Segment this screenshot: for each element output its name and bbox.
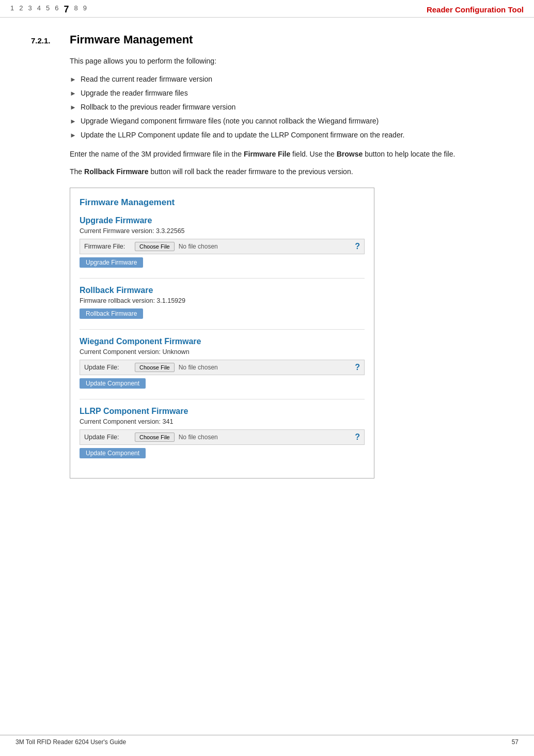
upgrade-firmware-section: Upgrade Firmware Current Firmware versio…	[80, 216, 365, 268]
page-number: 57	[512, 738, 519, 746]
wiegand-component-version: Current Component version: Unknown	[80, 348, 365, 356]
section-divider	[80, 399, 365, 399]
help-icon-wiegand[interactable]: ?	[355, 363, 360, 372]
bullet-arrow: ►	[70, 130, 76, 141]
rollback-firmware-title: Rollback Firmware	[80, 286, 365, 295]
section-number: 7.2.1.	[31, 36, 59, 45]
current-firmware-version: Current Firmware version: 3.3.22565	[80, 227, 365, 235]
section-divider	[80, 329, 365, 330]
rollback-firmware-version: Firmware rollback version: 3.1.15929	[80, 297, 365, 304]
nav-num-8[interactable]: 8	[74, 4, 77, 15]
section-heading: 7.2.1. Firmware Management	[31, 33, 513, 47]
nav-num-7[interactable]: 7	[64, 4, 69, 15]
desc-para-2: The Rollback Firmware button will roll b…	[70, 166, 513, 178]
no-file-chosen-wiegand: No file chosen	[179, 364, 218, 371]
nav-num-2[interactable]: 2	[19, 4, 23, 15]
list-item: ► Update the LLRP Component update file …	[70, 130, 513, 141]
nav-num-6[interactable]: 6	[55, 4, 58, 15]
list-item: ► Upgrade the reader firmware files	[70, 88, 513, 99]
list-item: ► Rollback to the previous reader firmwa…	[70, 102, 513, 113]
list-item: ► Read the current reader firmware versi…	[70, 74, 513, 85]
upgrade-firmware-button[interactable]: Upgrade Firmware	[80, 257, 143, 268]
update-component-button-wiegand[interactable]: Update Component	[80, 378, 146, 389]
upgrade-firmware-title: Upgrade Firmware	[80, 216, 365, 225]
llrp-firmware-title: LLRP Component Firmware	[80, 407, 365, 416]
rollback-firmware-button[interactable]: Rollback Firmware	[80, 308, 143, 319]
update-component-button-llrp[interactable]: Update Component	[80, 448, 146, 458]
llrp-component-version: Current Component version: 341	[80, 418, 365, 425]
content-area: This page allows you to perform the foll…	[70, 56, 513, 479]
list-item-text: Update the LLRP Component update file an…	[81, 130, 405, 141]
panel-main-title: Firmware Management	[80, 197, 365, 208]
list-item-text: Upgrade the reader firmware files	[81, 88, 188, 99]
wiegand-file-row: Update File: Choose File No file chosen …	[80, 360, 365, 375]
llrp-firmware-section: LLRP Component Firmware Current Componen…	[80, 407, 365, 458]
wiegand-firmware-title: Wiegand Component Firmware	[80, 337, 365, 346]
llrp-file-row: Update File: Choose File No file chosen …	[80, 429, 365, 445]
desc-para-1: Enter the name of the 3M provided firmwa…	[70, 149, 513, 160]
nav-num-9[interactable]: 9	[83, 4, 87, 15]
wiegand-file-label: Update File:	[84, 364, 131, 371]
bullet-arrow: ►	[70, 116, 76, 127]
feature-list: ► Read the current reader firmware versi…	[70, 74, 513, 141]
wiegand-firmware-section: Wiegand Component Firmware Current Compo…	[80, 337, 365, 389]
chapter-numbers[interactable]: 1 2 3 4 5 6 7 8 9	[10, 4, 87, 15]
no-file-chosen-upgrade: No file chosen	[179, 243, 218, 250]
intro-text: This page allows you to perform the foll…	[70, 56, 513, 67]
choose-file-button-wiegand[interactable]: Choose File	[135, 363, 175, 372]
firmware-management-panel: Firmware Management Upgrade Firmware Cur…	[70, 188, 374, 479]
list-item: ► Upgrade Wiegand component firmware fil…	[70, 116, 513, 127]
main-content: 7.2.1. Firmware Management This page all…	[0, 18, 534, 510]
nav-num-3[interactable]: 3	[28, 4, 32, 15]
section-title: Firmware Management	[70, 33, 193, 47]
bullet-arrow: ►	[70, 102, 76, 113]
nav-num-5[interactable]: 5	[46, 4, 50, 15]
page-footer: 3M Toll RFID Reader 6204 User's Guide 57	[0, 735, 534, 746]
nav-num-4[interactable]: 4	[37, 4, 41, 15]
help-icon-llrp[interactable]: ?	[355, 433, 360, 442]
page-title: Reader Configuration Tool	[427, 5, 524, 14]
choose-file-button-upgrade[interactable]: Choose File	[135, 242, 175, 251]
list-item-text: Read the current reader firmware version	[81, 74, 212, 85]
rollback-firmware-section: Rollback Firmware Firmware rollback vers…	[80, 286, 365, 319]
top-navigation: 1 2 3 4 5 6 7 8 9 Reader Configuration T…	[0, 0, 534, 18]
list-item-text: Rollback to the previous reader firmware…	[81, 102, 235, 113]
bullet-arrow: ►	[70, 74, 76, 85]
footer-left: 3M Toll RFID Reader 6204 User's Guide	[15, 738, 126, 746]
llrp-file-label: Update File:	[84, 434, 131, 441]
firmware-file-label: Firmware File:	[84, 243, 131, 250]
no-file-chosen-llrp: No file chosen	[179, 434, 218, 441]
firmware-file-row: Firmware File: Choose File No file chose…	[80, 239, 365, 254]
bullet-arrow: ►	[70, 88, 76, 99]
help-icon-upgrade[interactable]: ?	[355, 242, 360, 251]
nav-num-1[interactable]: 1	[10, 4, 14, 15]
choose-file-button-llrp[interactable]: Choose File	[135, 433, 175, 442]
section-divider	[80, 278, 365, 279]
list-item-text: Upgrade Wiegand component firmware files…	[81, 116, 379, 127]
